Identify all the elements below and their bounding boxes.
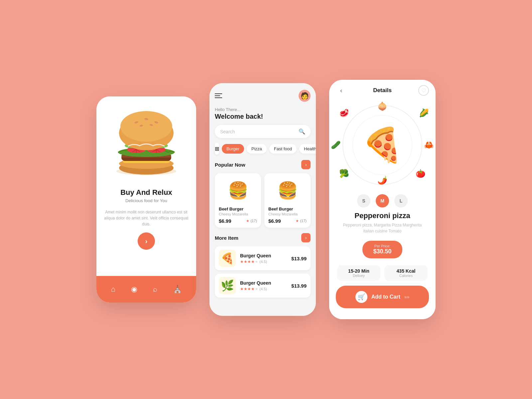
more-item-2-image: 🌿 — [219, 277, 236, 294]
more-item-1-price: $13.99 — [291, 256, 307, 261]
greeting-small: Hello There... — [215, 107, 311, 112]
filter-tabs: ⊞ Burger Pizza Fast food Health — [215, 143, 311, 155]
ingredient-meat: 🥩 — [339, 108, 349, 118]
more-item-2-name: Burger Queen — [240, 280, 287, 286]
hero-title: Buy And Relux — [120, 188, 172, 197]
hero-description: Amet minim mollit non deserunt ullamco e… — [96, 209, 196, 227]
more-items-list: 🍕 Burger Queen ★★★★★ (4.5) $13.99 🌿 Burg… — [215, 246, 311, 298]
screen-3: ‹ Details ♡ 🍕 🧅 🥩 🌽 🦀 🍅 🌶️ 🥦 — [329, 80, 436, 319]
more-item-1-name: Burger Queen — [240, 253, 287, 258]
search-nav-icon[interactable]: ⌕ — [153, 285, 157, 294]
size-m-button[interactable]: M — [376, 194, 389, 207]
more-item-2-stars: ★★★★★ (4.5) — [240, 287, 287, 291]
more-section-header: More Item › — [215, 233, 311, 242]
popular-item-1-price: $6.99 — [219, 218, 231, 224]
search-placeholder-text: Search — [220, 129, 235, 134]
delivery-card: 15-20 Min Delivey — [337, 265, 380, 281]
pizza-visual-area: 🍕 🧅 🥩 🌽 🦀 🍅 🌶️ 🥦 🥒 — [329, 98, 436, 192]
more-section-arrow[interactable]: › — [301, 233, 311, 242]
popular-item-1-price-row: $6.99 ★ (17) — [219, 218, 257, 224]
ingredient-corn: 🌽 — [419, 108, 429, 118]
stars-icon: ★★★★ — [240, 259, 255, 264]
more-item-1-stars: ★★★★★ (4.5) — [240, 259, 287, 264]
calories-value: 435 Kcal — [390, 268, 422, 274]
cart-arrows-icon: »» — [404, 294, 410, 300]
popular-item-2[interactable]: 🍔 Beef Burger Cheesy Mozarella $6.99 ★ (… — [264, 173, 311, 228]
more-item-1[interactable]: 🍕 Burger Queen ★★★★★ (4.5) $13.99 — [215, 246, 311, 270]
arrow-icon: › — [145, 237, 148, 245]
popular-section-header: Popular Now › — [215, 160, 311, 169]
calories-label: Calories — [390, 274, 422, 278]
hero-subtitle: Delicious food for You — [120, 198, 172, 203]
price-wrapper: Per Price: $30.50 — [329, 238, 436, 261]
ingredient-crab: 🦀 — [424, 140, 434, 150]
pizza-image: 🍕 — [362, 125, 403, 165]
tab-fastfood[interactable]: Fast food — [269, 144, 297, 154]
popular-item-1-image: 🍔 — [219, 177, 257, 204]
next-button[interactable]: › — [138, 232, 155, 250]
more-title: More Item — [215, 235, 238, 241]
screen3-content: ‹ Details ♡ 🍕 🧅 🥩 🌽 🦀 🍅 🌶️ 🥦 — [329, 80, 436, 319]
size-s-button[interactable]: S — [357, 194, 370, 207]
size-l-button[interactable]: L — [394, 194, 408, 207]
favorite-button[interactable]: ♡ — [418, 85, 429, 96]
size-selector: S M L — [329, 192, 436, 211]
user-avatar[interactable]: 🧑 — [299, 90, 311, 102]
price-button[interactable]: Per Price: $30.50 — [362, 241, 402, 258]
search-bar[interactable]: Search 🔍 — [215, 125, 311, 138]
burger-image — [106, 103, 186, 183]
calories-card: 435 Kcal Calories — [384, 265, 428, 281]
ingredient-chili: 🌶️ — [377, 176, 387, 185]
popular-item-1-sub: Cheesy Mozarella — [219, 212, 257, 216]
more-item-1-info: Burger Queen ★★★★★ (4.5) — [240, 253, 287, 264]
more-item-2-price: $13.99 — [291, 283, 307, 289]
svg-point-19 — [120, 111, 172, 142]
cart-nav-icon[interactable]: ⛪ — [173, 285, 182, 294]
popular-grid: 🍔 Beef Burger Cheesy Mozarella $6.99 ★ (… — [215, 173, 311, 228]
details-title: Details — [373, 87, 392, 94]
sliders-icon: ⊞ — [215, 146, 219, 152]
price-label: Per Price: — [373, 244, 391, 248]
hero-area: Buy And Relux Delicious food for You Ame… — [96, 96, 196, 276]
greeting-big: Welcome back! — [215, 113, 311, 120]
home-icon[interactable]: ⌂ — [111, 285, 115, 294]
menu-button[interactable] — [215, 93, 222, 98]
popular-more-button[interactable]: › — [301, 160, 311, 169]
tab-burger[interactable]: Burger — [222, 144, 244, 154]
add-cart-label: Add to Cart — [371, 294, 400, 300]
search-icon: 🔍 — [299, 128, 305, 135]
hero-text-block: Buy And Relux Delicious food for You — [112, 183, 180, 209]
more-item-1-image: 🍕 — [219, 250, 236, 267]
screen-2: 🧑 Hello There... Welcome back! Search 🔍 … — [209, 83, 316, 316]
delivery-time: 15-20 Min — [343, 268, 374, 274]
stars-icon-2: ★★★★ — [240, 287, 255, 291]
pizza-name: Pepperoni pizza — [337, 211, 428, 220]
tab-health[interactable]: Health — [299, 144, 316, 154]
popular-item-1-rating: ★ (17) — [246, 219, 257, 223]
tab-pizza[interactable]: Pizza — [247, 144, 267, 154]
pizza-description: Pepperoni pizza, Margarita Pizza Margher… — [337, 222, 428, 234]
profile-icon[interactable]: ◉ — [131, 285, 137, 294]
popular-item-1-name: Beef Burger — [219, 206, 257, 211]
popular-item-1[interactable]: 🍔 Beef Burger Cheesy Mozarella $6.99 ★ (… — [215, 173, 261, 228]
back-button[interactable]: ‹ — [336, 85, 346, 96]
ingredient-broccoli: 🥦 — [339, 169, 349, 178]
popular-item-2-rating: ★ (17) — [296, 219, 307, 223]
cart-icon: 🛒 — [355, 291, 367, 303]
popular-item-2-name: Beef Burger — [268, 206, 307, 211]
pizza-details-text: Pepperoni pizza Pepperoni pizza, Margari… — [329, 211, 436, 238]
bottom-navigation: ⌂ ◉ ⌕ ⛪ — [96, 276, 196, 303]
screen2-header: 🧑 — [215, 90, 311, 102]
pizza-inner-ring: 🍕 — [352, 115, 412, 175]
popular-item-2-image: 🍔 — [268, 177, 307, 204]
delivery-label: Delivey — [343, 274, 374, 278]
more-item-2[interactable]: 🌿 Burger Queen ★★★★★ (4.5) $13.99 — [215, 274, 311, 298]
screen2-content: 🧑 Hello There... Welcome back! Search 🔍 … — [209, 83, 316, 316]
ingredient-onion: 🧅 — [377, 102, 387, 111]
add-to-cart-button[interactable]: 🛒 Add to Cart »» — [336, 286, 429, 308]
more-item-2-info: Burger Queen ★★★★★ (4.5) — [240, 280, 287, 291]
filter-button[interactable]: ⊞ — [215, 143, 219, 155]
meta-row: 15-20 Min Delivey 435 Kcal Calories — [329, 265, 436, 281]
screen3-header: ‹ Details ♡ — [329, 80, 436, 98]
price-value: $30.50 — [373, 248, 391, 255]
